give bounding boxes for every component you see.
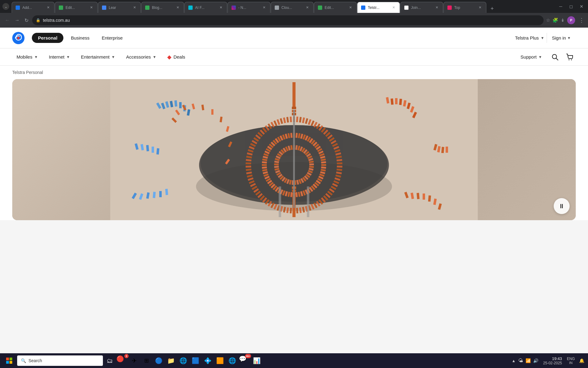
forward-button[interactable]: → — [13, 16, 21, 24]
entertainment-nav-item[interactable]: Entertainment ▼ — [77, 52, 119, 62]
support-nav-item[interactable]: Support ▼ — [516, 52, 546, 62]
enterprise-nav-button[interactable]: Enterprise — [97, 33, 127, 43]
tab-title-3: Lear — [109, 6, 130, 10]
tab-close-4[interactable]: ✕ — [175, 5, 180, 10]
top-nav-links: Personal Business Enterprise — [32, 33, 515, 43]
svg-rect-216 — [290, 117, 292, 122]
website-content: Personal Business Enterprise Telstra Plu… — [0, 28, 588, 220]
tab-10[interactable]: Join... ✕ — [400, 2, 443, 13]
tab-overflow-btn[interactable]: ⌄ — [2, 3, 9, 10]
mobiles-nav-item[interactable]: Mobiles ▼ — [12, 52, 42, 62]
hero-section: ⏸ — [12, 79, 576, 220]
tray-icon-1[interactable]: ▲ — [512, 358, 516, 363]
taskbar-icon-app3[interactable]: 🔵 — [153, 355, 164, 366]
tab-close-8[interactable]: ✕ — [348, 5, 353, 10]
new-tab-button[interactable]: + — [488, 4, 496, 13]
internet-nav-item[interactable]: Internet ▼ — [45, 52, 74, 62]
svg-rect-73 — [321, 164, 326, 166]
tab-close-2[interactable]: ✕ — [89, 5, 94, 10]
search-icon-button[interactable] — [549, 51, 561, 63]
tab-title-4: Blog... — [152, 6, 173, 10]
telstra-plus-button[interactable]: Telstra Plus ▼ — [515, 35, 544, 40]
sign-in-area[interactable]: Sign in ▼ — [547, 33, 576, 43]
entertainment-chevron: ▼ — [111, 55, 115, 59]
tab-favicon-5 — [188, 6, 193, 10]
svg-rect-270 — [211, 109, 213, 115]
personal-nav-button[interactable]: Personal — [32, 33, 63, 43]
tab-6[interactable]: - N... ✕ — [228, 2, 270, 13]
toolbar-icons: ☆ 🧩 ↡ P ⋮ — [546, 16, 584, 24]
taskbar-icon-app4[interactable]: 📁 — [165, 355, 176, 366]
deals-nav-item[interactable]: ◆ Deals — [163, 51, 189, 63]
svg-rect-278 — [9, 361, 12, 364]
accessories-nav-item[interactable]: Accessories ▼ — [122, 52, 161, 62]
taskbar: 🔍 Search 🗂 🔴 1 ✈ ⊞ 🔵 📁 🌐 🟦 💠 🟧 🌐 💬 99+ 📊 — [0, 353, 588, 368]
cart-icon-button[interactable] — [564, 51, 576, 63]
mobiles-chevron: ▼ — [34, 55, 38, 59]
lock-icon: 🔒 — [36, 18, 40, 22]
svg-point-1 — [17, 37, 20, 39]
download-icon[interactable]: ↡ — [561, 17, 565, 23]
tab-9-telstra[interactable]: Telstr... ✕ — [357, 2, 400, 13]
notification-icon[interactable]: 🔔 — [579, 358, 584, 363]
wifi-icon[interactable]: 📶 — [526, 358, 531, 363]
extensions-icon[interactable]: 🧩 — [552, 17, 558, 23]
tray-icon-2[interactable]: 🌤 — [518, 358, 523, 363]
tab-7[interactable]: Clou... ✕ — [271, 2, 314, 13]
taskbar-icon-app7[interactable]: 🟧 — [214, 355, 225, 366]
tab-close-3[interactable]: ✕ — [132, 5, 137, 10]
start-button[interactable] — [4, 355, 15, 366]
tab-11[interactable]: Top ✕ — [443, 2, 486, 13]
accessories-chevron: ▼ — [153, 55, 156, 59]
profile-avatar[interactable]: P — [567, 16, 575, 24]
tab-1[interactable]: Add... ✕ — [12, 2, 55, 13]
url-display: telstra.com.au — [43, 18, 540, 23]
svg-rect-262 — [293, 110, 295, 208]
maximize-button[interactable]: ◻ — [567, 2, 575, 10]
tab-close-9[interactable]: ✕ — [391, 5, 396, 10]
address-input[interactable]: 🔒 telstra.com.au — [32, 15, 544, 25]
svg-line-3 — [556, 58, 558, 60]
taskbar-icon-teams[interactable]: 💠 — [202, 355, 213, 366]
tab-5[interactable]: AI F... ✕ — [184, 2, 227, 13]
taskbar-search-bar[interactable]: 🔍 Search — [17, 355, 103, 366]
tab-favicon-10 — [404, 6, 409, 10]
back-button[interactable]: ← — [4, 16, 11, 24]
business-nav-button[interactable]: Business — [66, 33, 94, 43]
svg-rect-149 — [337, 162, 342, 164]
taskbar-icon-app2[interactable]: ⊞ — [141, 355, 152, 366]
reload-button[interactable]: ↻ — [23, 16, 30, 25]
svg-rect-171 — [296, 208, 298, 213]
tab-close-5[interactable]: ✕ — [218, 5, 223, 10]
minimize-button[interactable]: ─ — [557, 2, 565, 10]
region-indicator: IN — [569, 361, 572, 365]
tab-8[interactable]: Edit... ✕ — [314, 2, 357, 13]
taskbar-icon-whatsapp[interactable]: 💬 99+ — [239, 355, 250, 366]
tab-close-6[interactable]: ✕ — [262, 5, 266, 10]
tab-close-11[interactable]: ✕ — [477, 5, 482, 10]
taskbar-right-area: ▲ 🌤 📶 🔊 19:43 25-02-2025 ENG IN 🔔 — [512, 356, 584, 365]
taskbar-icon-app1[interactable]: ✈ — [129, 355, 140, 366]
taskbar-icon-notifications[interactable]: 🔴 1 — [116, 355, 127, 366]
taskbar-icon-app5[interactable]: 🌐 — [178, 355, 189, 366]
tab-3[interactable]: Lear ✕ — [98, 2, 141, 13]
taskbar-icon-chrome[interactable]: 🌐 — [227, 355, 238, 366]
taskbar-icon-files[interactable]: 🗂 — [104, 355, 115, 366]
close-button[interactable]: ✕ — [578, 2, 586, 10]
svg-rect-21 — [309, 163, 314, 166]
volume-icon[interactable]: 🔊 — [533, 358, 538, 363]
taskbar-icon-excel[interactable]: 📊 — [251, 355, 262, 366]
tab-close-1[interactable]: ✕ — [46, 5, 51, 10]
hero-video — [12, 79, 576, 220]
language-indicator[interactable]: ENG — [567, 357, 575, 361]
pause-button[interactable]: ⏸ — [554, 198, 570, 214]
telstra-logo[interactable] — [12, 32, 24, 44]
tab-2[interactable]: Edit... ✕ — [55, 2, 98, 13]
tab-close-10[interactable]: ✕ — [434, 5, 439, 10]
taskbar-icon-app6[interactable]: 🟦 — [190, 355, 201, 366]
menu-button[interactable]: ⋮ — [579, 17, 584, 24]
taskbar-time: 19:43 — [552, 356, 562, 361]
tab-close-7[interactable]: ✕ — [305, 5, 310, 10]
bookmark-icon[interactable]: ☆ — [546, 17, 550, 23]
tab-4[interactable]: Blog... ✕ — [141, 2, 184, 13]
